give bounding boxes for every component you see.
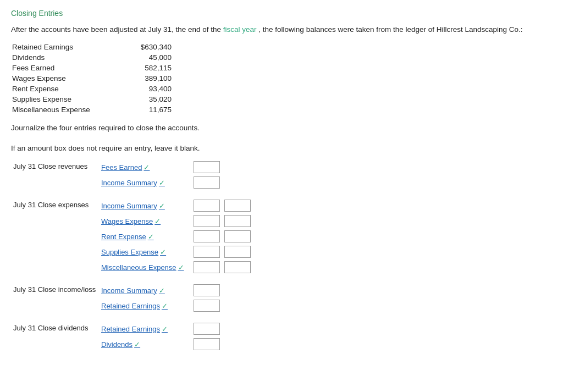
checkmark-icon: ✓ [134,340,140,349]
entry-row: Dividends ✓ [101,338,220,350]
wages-expense-text: Wages Expense [101,217,153,225]
wages-debit-input[interactable] [194,215,220,227]
entry-close-dividends: July 31 Close dividends Retained Earning… [13,323,552,350]
income-summary-link-2[interactable]: Income Summary ✓ [101,202,189,210]
balance-row: Wages Expense 389,100 [12,74,552,82]
balance-label: Fees Earned [12,64,122,72]
retained-earnings-text-1: Retained Earnings [101,302,160,310]
entry-close-expenses: July 31 Close expenses Income Summary ✓ … [13,200,552,273]
intro-text-before: After the accounts have been adjusted at… [11,25,221,34]
retained-earnings-link-1[interactable]: Retained Earnings ✓ [101,302,189,310]
entry-rows: Income Summary ✓ Retained Earnings ✓ [101,284,220,312]
checkmark-icon: ✓ [159,179,165,187]
misc-credit-input[interactable] [224,261,251,273]
income-summary-debit-input[interactable] [194,200,220,212]
checkmark-icon: ✓ [178,263,184,272]
intro-paragraph: After the accounts have been adjusted at… [11,24,552,35]
entry-close-income: July 31 Close income/loss Income Summary… [13,284,552,312]
income-summary-text-3: Income Summary [101,286,157,295]
checkmark-icon: ✓ [148,233,154,241]
entry-date-label: July 31 Close expenses [13,200,101,209]
checkmark-icon: ✓ [162,302,168,310]
wages-credit-input[interactable] [224,215,251,227]
checkmark-icon: ✓ [160,248,166,256]
income-summary-credit-input-2[interactable] [224,200,251,212]
balance-value: 45,000 [122,53,172,62]
instruction-blank: If an amount box does not require an ent… [11,144,552,152]
balance-row: Fees Earned 582,115 [12,64,552,72]
entry-date-label: July 31 Close income/loss [13,284,101,294]
income-summary-text-2: Income Summary [101,202,157,210]
instruction-journalize: Journalize the four entries required to … [11,124,552,132]
entry-row: Fees Earned ✓ [101,161,220,173]
entry-close-revenues: July 31 Close revenues Fees Earned ✓ Inc… [13,161,552,189]
income-summary-link-3[interactable]: Income Summary ✓ [101,286,189,295]
fiscal-year-text: fiscal year [223,25,257,34]
closing-title: Closing Entries [11,9,552,18]
entry-row: Income Summary ✓ [101,200,251,212]
balance-value: $630,340 [122,43,172,51]
retained-earnings-credit-input-1[interactable] [194,300,220,312]
rent-expense-link[interactable]: Rent Expense ✓ [101,233,189,241]
entry-row: Wages Expense ✓ [101,215,251,227]
balance-value: 389,100 [122,74,172,82]
dividends-text: Dividends [101,340,133,349]
balance-row: Supplies Expense 35,020 [12,95,552,103]
rent-debit-input[interactable] [194,230,220,242]
entry-row: Retained Earnings ✓ [101,323,220,335]
fees-earned-debit-input[interactable] [194,161,220,173]
retained-earnings-text-2: Retained Earnings [101,325,160,333]
checkmark-icon: ✓ [159,202,165,210]
supplies-expense-link[interactable]: Supplies Expense ✓ [101,248,189,256]
income-summary-credit-input-1[interactable] [194,176,220,189]
supplies-debit-input[interactable] [194,246,220,258]
wages-expense-link[interactable]: Wages Expense ✓ [101,217,189,225]
entry-row: Rent Expense ✓ [101,230,251,242]
misc-expense-link[interactable]: Miscellaneous Expense ✓ [101,263,189,272]
balance-row: Rent Expense 93,400 [12,85,552,93]
entry-rows: Fees Earned ✓ Income Summary ✓ [101,161,220,189]
misc-debit-input[interactable] [194,261,220,273]
supplies-credit-input[interactable] [224,246,251,258]
balance-label: Miscellaneous Expense [12,106,122,114]
journal-section: July 31 Close revenues Fees Earned ✓ Inc… [13,161,552,350]
balance-label: Wages Expense [12,74,122,82]
entry-rows: Income Summary ✓ Wages Expense ✓ Rent Ex… [101,200,251,273]
entry-row: Miscellaneous Expense ✓ [101,261,251,273]
supplies-expense-text: Supplies Expense [101,248,158,256]
entry-date-label: July 31 Close revenues [13,161,101,170]
dividends-link[interactable]: Dividends ✓ [101,340,189,349]
balance-value: 582,115 [122,64,172,72]
balance-label: Supplies Expense [12,95,122,103]
income-summary-link-1[interactable]: Income Summary ✓ [101,179,189,187]
balance-value: 11,675 [122,106,172,114]
balance-row: Miscellaneous Expense 11,675 [12,106,552,114]
checkmark-icon: ✓ [162,325,168,333]
balance-value: 93,400 [122,85,172,93]
rent-expense-text: Rent Expense [101,233,146,241]
balance-label: Retained Earnings [12,43,122,51]
entry-row: Retained Earnings ✓ [101,300,220,312]
entry-date-label: July 31 Close dividends [13,323,101,332]
income-summary-debit-input-2[interactable] [194,284,220,296]
checkmark-icon: ✓ [154,217,161,225]
retained-earnings-debit-input[interactable] [194,323,220,335]
entry-row: Income Summary ✓ [101,284,220,296]
balance-table: Retained Earnings $630,340 Dividends 45,… [12,43,552,114]
retained-earnings-link-2[interactable]: Retained Earnings ✓ [101,325,189,333]
balance-row: Dividends 45,000 [12,53,552,62]
misc-expense-text: Miscellaneous Expense [101,263,176,272]
checkmark-icon: ✓ [159,286,165,295]
fees-earned-text: Fees Earned [101,163,142,172]
intro-text-after: , the following balances were taken from… [258,25,522,34]
balance-label: Dividends [12,53,122,62]
entry-rows: Retained Earnings ✓ Dividends ✓ [101,323,220,350]
income-summary-text-1: Income Summary [101,179,157,187]
checkmark-icon: ✓ [143,163,150,172]
dividends-credit-input[interactable] [194,338,220,350]
fees-earned-link[interactable]: Fees Earned ✓ [101,163,189,172]
entry-row: Supplies Expense ✓ [101,246,251,258]
balance-label: Rent Expense [12,85,122,93]
rent-credit-input[interactable] [224,230,251,242]
balance-value: 35,020 [122,95,172,103]
